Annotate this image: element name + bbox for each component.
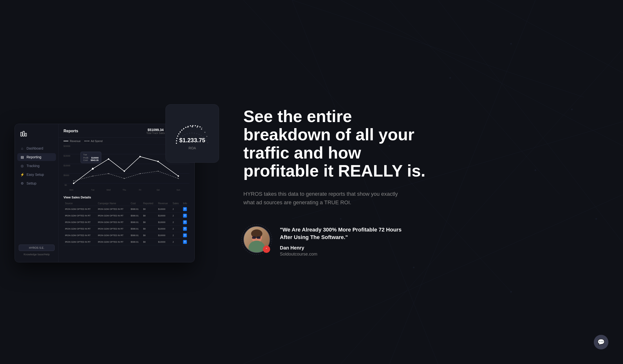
svg-point-20 [192, 126, 193, 127]
cell-reported: $8 [142, 232, 156, 239]
table-header-row: Source Campaign Name Cost Reported Reven… [64, 201, 190, 206]
knowledge-link[interactable]: Knowledge base/Help [19, 253, 54, 256]
svg-point-49 [92, 176, 93, 177]
cell-source: IRON GDM OPTED IN RT [64, 206, 96, 212]
testimonial: " "We Are Already 300% More Profitable 7… [243, 226, 414, 257]
facebook-icon: f [183, 214, 187, 218]
cell-source: IRON GDM OPTED IN RT [64, 212, 96, 219]
sidebar-bottom: HYROS S.E. Knowledge base/Help [15, 242, 58, 258]
cell-cost: $588.91 [129, 219, 142, 225]
facebook-icon: f [183, 240, 187, 244]
facebook-icon: f [183, 227, 187, 231]
hyros-button[interactable]: HYROS S.E. [19, 245, 54, 251]
tooltip-cost-label: Cost [83, 159, 88, 162]
cell-campaign: IRON GDM OPTED IN RT [96, 232, 129, 239]
svg-text:Fri: Fri [139, 188, 141, 191]
chat-button[interactable]: 💬 [594, 335, 608, 349]
cell-source: IRON GDM OPTED IN RT [64, 232, 96, 239]
roa-card: $1.233.75 ROA [165, 104, 219, 163]
table-row: IRON GDM OPTED IN RT IRON GDM OPTED IN R… [64, 239, 190, 245]
svg-point-45 [139, 156, 141, 157]
facebook-icon: f [183, 233, 187, 237]
sidebar-item-easy-setup-label: Easy Setup [26, 173, 44, 177]
bolt-icon: ⚡ [20, 173, 24, 177]
cell-cost: $588.91 [129, 232, 142, 239]
svg-text:Sat: Sat [156, 188, 160, 191]
facebook-icon: f [183, 220, 187, 224]
svg-text:$0: $0 [65, 183, 67, 186]
sales-table: Source Campaign Name Cost Reported Reven… [64, 201, 190, 245]
nav-items: ⌂ Dashboard ▤ Reporting ◎ Tracking ⚡ Eas… [15, 144, 58, 242]
legend-adspend-label: Ad Spend [91, 140, 102, 142]
svg-point-44 [124, 170, 125, 172]
table-section: View Sales Details Source Campaign Name … [59, 193, 195, 262]
tooltip-day: Tue [83, 153, 99, 156]
sidebar-item-settup-label: Settup [26, 182, 36, 185]
svg-point-23 [204, 132, 205, 133]
svg-point-53 [158, 171, 159, 172]
cell-reported: $8 [142, 239, 156, 245]
cell-source: IRON GDM OPTED IN RT [64, 219, 96, 225]
gear-icon: ⚙ [20, 182, 24, 185]
col-info: Info [181, 201, 190, 206]
cell-reported: $8 [142, 206, 156, 212]
svg-text:$10000: $10000 [64, 164, 70, 166]
chat-icon: 💬 [598, 339, 605, 345]
cell-info: f [181, 225, 190, 232]
quote-company: Soldoutcourse.com [280, 252, 414, 257]
cell-reported: $8 [142, 219, 156, 225]
tooltip-cost-value: $843.35 [91, 159, 99, 162]
cell-revenue: $10000 [156, 225, 171, 232]
sidebar-item-dashboard[interactable]: ⌂ Dashboard [17, 144, 56, 152]
cell-sales: 2 [171, 219, 181, 225]
cell-cost: $588.91 [129, 225, 142, 232]
quote-text: "We Are Already 300% More Profitable 72 … [280, 226, 414, 241]
cell-info: f [181, 212, 190, 219]
logo-icon [20, 130, 27, 138]
avatar-container: " [243, 226, 270, 253]
sidebar-item-reporting-label: Reporting [26, 155, 41, 159]
sidebar-item-easy-setup[interactable]: ⚡ Easy Setup [17, 171, 56, 179]
view-sales-title: View Sales Details [64, 193, 190, 201]
sidebar-logo [15, 128, 58, 144]
svg-text:$15000: $15000 [64, 154, 70, 157]
svg-rect-30 [25, 133, 26, 136]
sidebar-item-tracking[interactable]: ◎ Tracking [17, 162, 56, 170]
svg-rect-28 [21, 132, 22, 136]
cell-sales: 2 [171, 212, 181, 219]
cell-cost: $588.91 [129, 206, 142, 212]
svg-point-22 [201, 128, 202, 130]
sidebar-item-settup[interactable]: ⚙ Settup [17, 180, 56, 187]
svg-point-43 [108, 158, 109, 160]
sidebar-item-tracking-label: Tracking [26, 164, 39, 168]
cell-sales: 2 [171, 239, 181, 245]
cell-info: f [181, 219, 190, 225]
col-source: Source [64, 201, 96, 206]
cell-reported: $8 [142, 225, 156, 232]
right-section: See the entire breakdown of all your tra… [219, 0, 623, 364]
tooltip-profit-row: Profit $10000 [83, 157, 99, 159]
cell-source: IRON GDM OPTED IN RT [64, 225, 96, 232]
cell-revenue: $10000 [156, 239, 171, 245]
home-icon: ⌂ [20, 146, 24, 150]
svg-text:Sun: Sun [177, 188, 180, 191]
col-cost: Cost [129, 201, 142, 206]
cell-revenue: $10000 [156, 206, 171, 212]
svg-point-50 [108, 173, 109, 174]
facebook-icon: f [183, 207, 187, 211]
cell-sales: 2 [171, 232, 181, 239]
quote-author: Dan Henry [280, 245, 414, 251]
reports-title: Reports [64, 129, 78, 133]
cell-revenue: $10000 [156, 212, 171, 219]
table-row: IRON GDM OPTED IN RT IRON GDM OPTED IN R… [64, 219, 190, 225]
legend-revenue: Revenue [64, 140, 81, 142]
sidebar-item-reporting[interactable]: ▤ Reporting [17, 153, 56, 161]
svg-point-26 [183, 129, 184, 130]
table-row: IRON GDM OPTED IN RT IRON GDM OPTED IN R… [64, 232, 190, 239]
cell-campaign: IRON GDM OPTED IN RT [96, 219, 129, 225]
svg-text:$5000: $5000 [64, 174, 69, 176]
col-sales: Sales [171, 201, 181, 206]
svg-rect-29 [23, 131, 24, 136]
svg-point-21 [197, 126, 198, 128]
legend-line-dotted [85, 141, 89, 141]
